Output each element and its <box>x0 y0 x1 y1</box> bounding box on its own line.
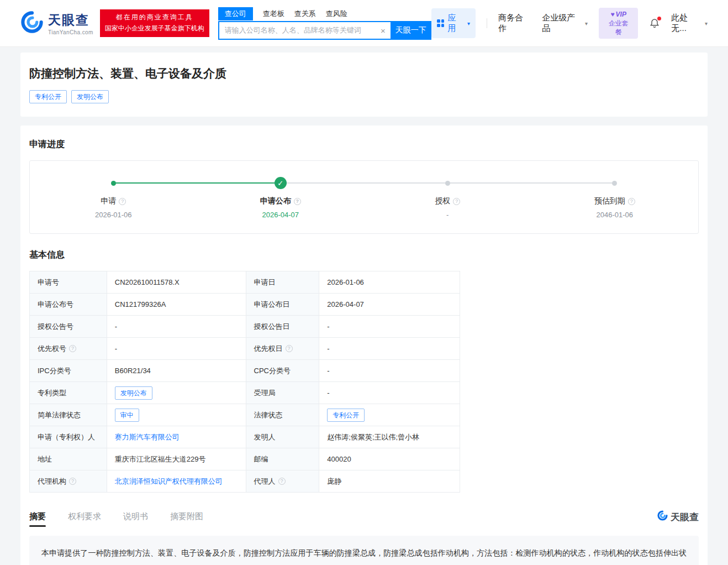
caret-down-icon: ▾ <box>705 20 708 27</box>
search-input[interactable] <box>218 21 391 40</box>
search-tab-company[interactable]: 查公司 <box>218 7 253 20</box>
step-dot-done <box>111 181 116 186</box>
apps-menu[interactable]: 应用 ▾ <box>431 8 476 38</box>
logo-text-cn: 天眼查 <box>48 12 93 29</box>
info-value: 赵伟涛;侯聚英;王以伟;曾小林 <box>319 426 460 448</box>
abstract-text: 本申请提供了一种防撞控制方法、装置、电子设备及介质，防撞控制方法应用于车辆的防撞… <box>29 536 699 565</box>
applicant-link[interactable]: 赛力斯汽车有限公司 <box>115 433 180 441</box>
progress-step-grant: 授权 ? - <box>364 176 531 219</box>
help-icon[interactable]: ? <box>286 345 293 352</box>
notification-dot <box>657 17 661 20</box>
tab-description[interactable]: 说明书 <box>123 511 148 527</box>
info-label: 发明人 <box>246 426 319 448</box>
info-row: 授权公告号 - 授权公告日 - <box>30 316 460 338</box>
info-value: 2026-01-06 <box>319 271 460 294</box>
info-value: B60R21/34 <box>107 360 246 382</box>
info-value: 北京润泽恒知识产权代理有限公司 <box>107 470 246 493</box>
patent-detail-card: 申请进度 申请 ? 2026-01-06 ✓ <box>20 125 708 565</box>
info-row: 地址 重庆市江北区福生大道229号 邮编 400020 <box>30 448 460 470</box>
help-icon[interactable]: ? <box>69 478 76 485</box>
info-label: 授权公告日 <box>246 316 319 338</box>
search-tab-boss[interactable]: 查老板 <box>263 9 284 19</box>
vip-label: VIP <box>616 11 626 18</box>
check-icon: ✓ <box>275 177 287 189</box>
divider <box>487 18 487 28</box>
tag-invention-publication: 发明公布 <box>71 90 109 103</box>
info-value: - <box>107 338 246 360</box>
info-value: CN202610011578.X <box>107 271 246 294</box>
promo-badge: 都在用的商业查询工具 国家中小企业发展子基金旗下机构 <box>100 9 209 37</box>
info-value: 发明公布 <box>107 382 246 404</box>
info-value: 400020 <box>319 448 460 470</box>
search-tab-risk[interactable]: 查风险 <box>326 9 347 19</box>
help-icon[interactable]: ? <box>294 198 301 205</box>
logo-text-en: TianYanCha.com <box>48 29 93 35</box>
clear-icon[interactable]: × <box>381 25 386 35</box>
progress-step-expiry: 预估到期 ? 2046-01-06 <box>531 176 699 219</box>
patent-tags: 专利公开 发明公布 <box>29 90 699 103</box>
info-value: - <box>107 316 246 338</box>
info-value: 赛力斯汽车有限公司 <box>107 426 246 448</box>
user-menu[interactable]: 此处无... ▾ <box>671 13 708 34</box>
vip-sub-label: 企业套餐 <box>605 19 631 36</box>
logo[interactable]: 天眼查 TianYanCha.com <box>20 11 93 36</box>
caret-down-icon: ▾ <box>467 20 470 27</box>
info-label: 申请日 <box>246 271 319 294</box>
tianyancha-logo-icon <box>20 11 44 36</box>
tianyancha-logo-icon <box>657 510 668 524</box>
nav-enterprise-products[interactable]: 企业级产品 ▾ <box>542 13 588 34</box>
step-label: 预估到期 <box>594 196 625 206</box>
tag-invention-publication: 发明公布 <box>115 386 152 400</box>
info-row: 简单法律状态 审中 法律状态 专利公开 <box>30 404 460 426</box>
watermark-text: 天眼查 <box>671 511 699 524</box>
header: 天眼查 TianYanCha.com 都在用的商业查询工具 国家中小企业发展子基… <box>0 0 728 47</box>
tab-claims[interactable]: 权利要求 <box>68 511 101 527</box>
info-value: - <box>319 382 460 404</box>
patent-header-card: 防撞控制方法、装置、电子设备及介质 专利公开 发明公布 <box>20 53 708 117</box>
info-label: IPC分类号 <box>30 360 107 382</box>
info-label: 申请号 <box>30 271 107 294</box>
info-value: 2026-04-07 <box>319 294 460 316</box>
info-value: 专利公开 <box>319 404 460 426</box>
search-area: 查公司 查老板 查关系 查风险 × 天眼一下 <box>218 7 431 40</box>
info-value: 审中 <box>107 404 246 426</box>
tab-abstract[interactable]: 摘要 <box>29 511 46 527</box>
step-date: 2026-04-07 <box>262 211 299 219</box>
info-label: 简单法律状态 <box>30 404 107 426</box>
help-icon[interactable]: ? <box>69 345 76 352</box>
basic-info-table: 申请号 CN202610011578.X 申请日 2026-01-06 申请公布… <box>29 271 460 493</box>
search-tab-relation[interactable]: 查关系 <box>294 9 316 19</box>
info-label: 优先权日? <box>246 338 319 360</box>
info-row: 代理机构? 北京润泽恒知识产权代理有限公司 代理人? 庞静 <box>30 470 460 493</box>
info-value: CN121799326A <box>107 294 246 316</box>
tab-abstract-figure[interactable]: 摘要附图 <box>170 511 203 527</box>
help-icon[interactable]: ? <box>119 198 126 205</box>
info-label: 申请（专利权）人 <box>30 426 107 448</box>
info-label: 授权公告号 <box>30 316 107 338</box>
info-label: 受理局 <box>246 382 319 404</box>
section-title-basic-info: 基本信息 <box>29 249 699 261</box>
nav-business-cooperation[interactable]: 商务合作 <box>498 13 531 34</box>
help-icon[interactable]: ? <box>628 198 635 205</box>
info-value: 重庆市江北区福生大道229号 <box>107 448 246 470</box>
help-icon[interactable]: ? <box>453 198 460 205</box>
step-dot-pending <box>445 181 450 186</box>
info-label: 申请公布日 <box>246 294 319 316</box>
vip-package-button[interactable]: ♥VIP 企业套餐 <box>599 8 638 39</box>
notification-bell-icon[interactable] <box>649 18 660 29</box>
info-row: 申请号 CN202610011578.X 申请日 2026-01-06 <box>30 271 460 294</box>
progress-step-publication: ✓ 申请公布 ? 2026-04-07 <box>197 176 365 219</box>
search-tabs: 查公司 查老板 查关系 查风险 <box>218 7 431 21</box>
info-label: CPC分类号 <box>246 360 319 382</box>
help-icon[interactable]: ? <box>278 478 286 485</box>
info-row: 专利类型 发明公布 受理局 - <box>30 382 460 404</box>
heart-icon: ♥ <box>610 11 614 18</box>
info-row: 申请公布号 CN121799326A 申请公布日 2026-04-07 <box>30 294 460 316</box>
info-value: - <box>319 338 460 360</box>
search-button[interactable]: 天眼一下 <box>391 21 431 40</box>
info-label: 地址 <box>30 448 107 470</box>
step-date: - <box>446 211 449 219</box>
info-label: 代理机构? <box>30 470 107 493</box>
agency-link[interactable]: 北京润泽恒知识产权代理有限公司 <box>115 477 223 485</box>
step-date: 2046-01-06 <box>597 211 634 219</box>
